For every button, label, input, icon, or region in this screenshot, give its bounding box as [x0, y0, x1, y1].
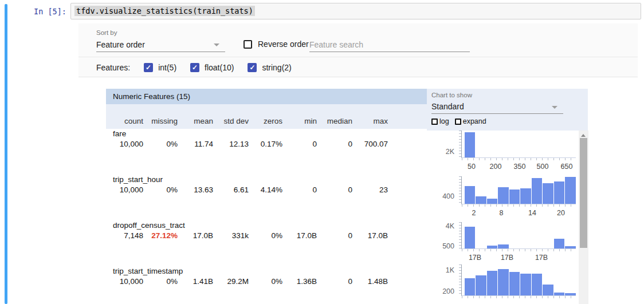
histogram-trip_start_timestamp: 1K200: [427, 264, 579, 304]
histogram-bar: [531, 178, 543, 204]
chart-plot-area: [461, 264, 576, 296]
table-header-row: countmissingmeanstd devzerosminmedianmax: [106, 104, 427, 129]
x-axis-tick-label: 200: [490, 163, 502, 171]
histogram-bar: [464, 278, 476, 295]
x-axis-tick-label: 50: [468, 163, 476, 171]
histogram-bar: [509, 189, 520, 204]
stat-value: 0: [312, 140, 352, 148]
checkbox-checked-icon[interactable]: ✓: [144, 63, 153, 72]
stat-value: 0: [312, 231, 352, 240]
chart-checkbox-row: log expand: [431, 117, 486, 125]
x-axis-tick-label: 650: [561, 163, 573, 171]
histogram-bar: [531, 274, 543, 295]
checkbox-unchecked-icon[interactable]: [244, 40, 252, 49]
feature-type-filters: Features: ✓int(5)✓float(10)✓string(2): [96, 57, 292, 77]
log-label: log: [439, 117, 449, 125]
column-header: max: [348, 117, 388, 125]
x-axis-tick-label: 20: [557, 209, 565, 217]
y-axis-tick-label: 400: [427, 192, 454, 200]
histogram-bar: [486, 246, 498, 248]
histogram-bar: [553, 181, 565, 204]
table-row: trip_start_timestamp10,0000%1.41B29.2M0%…: [106, 266, 427, 304]
stat-value: 0: [312, 277, 352, 286]
expand-label: expand: [463, 117, 486, 125]
stat-value: 11.74: [173, 140, 213, 148]
sort-by-label: Sort by: [96, 29, 117, 36]
feature-name: trip_start_hour: [113, 175, 163, 184]
histogram-bar: [497, 269, 509, 295]
checkbox-unchecked-icon[interactable]: [431, 119, 438, 125]
stat-value: 13.63: [173, 185, 213, 194]
x-axis-ticks: [462, 249, 576, 251]
x-axis-tick-label: 17B: [501, 254, 513, 262]
checkbox-checked-icon[interactable]: ✓: [190, 63, 199, 72]
histogram-bar: [497, 244, 509, 248]
histogram-fare: 2K50200350500650: [427, 131, 579, 174]
histogram-bar: [486, 271, 498, 295]
stat-value: 0%: [138, 140, 178, 148]
feature-search-input[interactable]: [309, 37, 470, 52]
stat-value: 0: [277, 140, 317, 148]
feature-type-filter-1[interactable]: ✓float(10): [190, 63, 234, 72]
histogram-bar: [475, 275, 486, 295]
feature-type-label: int(5): [158, 63, 176, 72]
x-axis-tick-label: 17B: [535, 254, 548, 262]
chart-type-select[interactable]: Standard: [431, 101, 563, 114]
y-axis-ticks: [459, 264, 461, 295]
log-checkbox[interactable]: log: [431, 117, 449, 125]
feature-type-label: string(2): [262, 63, 291, 72]
histogram-bar: [520, 274, 531, 295]
chart-plot-area: [461, 131, 576, 158]
reverse-order-label: Reverse order: [258, 40, 309, 49]
x-axis-tick-label: 500: [537, 163, 549, 171]
stat-value: 17.0B: [348, 231, 388, 240]
charts-scrollbar[interactable]: [579, 131, 588, 304]
chart-to-show-label: Chart to show: [431, 92, 472, 98]
features-label: Features:: [96, 63, 130, 72]
histogram-bar: [464, 132, 476, 157]
chart-type-value: Standard: [431, 102, 464, 111]
chevron-down-icon[interactable]: [214, 44, 219, 46]
checkbox-checked-icon[interactable]: ✓: [248, 63, 257, 72]
stat-value: 17.0B: [277, 231, 317, 240]
y-axis-tick-label: 200: [427, 287, 454, 295]
histogram-bar: [564, 246, 576, 248]
table-row: dropoff_census_tract7,14827.12%17.0B331k…: [106, 220, 427, 266]
x-axis-ticks: [462, 158, 576, 160]
feature-type-filter-2[interactable]: ✓string(2): [248, 63, 291, 72]
reverse-order-checkbox[interactable]: Reverse order: [244, 40, 309, 49]
histogram-bar: [564, 177, 576, 204]
histogram-bar: [542, 183, 553, 204]
chart-plot-area: [461, 176, 576, 204]
feature-name: dropoff_census_tract: [113, 221, 185, 230]
feature-name: trip_start_timestamp: [113, 267, 183, 275]
scroll-up-arrow-icon[interactable]: [581, 134, 586, 137]
stat-value: 27.12%: [138, 231, 178, 240]
column-header: mean: [173, 117, 213, 125]
table-row: trip_start_hour10,0000%13.636.614.14%002…: [106, 175, 427, 220]
notebook-page: In [5]: tfdv.visualize_statistics(train_…: [0, 0, 644, 304]
code-input-area[interactable]: tfdv.visualize_statistics(train_stats): [70, 3, 641, 19]
x-axis-tick-label: 17B: [469, 254, 481, 262]
stat-value: 0%: [138, 277, 178, 286]
selected-cell-indicator: [5, 4, 7, 304]
expand-checkbox[interactable]: expand: [455, 117, 486, 125]
charts-area: 2K502003505006504002814204K50017B17B17B1…: [427, 131, 579, 304]
code-text[interactable]: tfdv.visualize_statistics(train_stats): [74, 6, 255, 16]
column-header: missing: [138, 117, 178, 125]
scrollbar-thumb[interactable]: [580, 138, 587, 248]
histogram-bar: [464, 186, 476, 204]
feature-type-filter-0[interactable]: ✓int(5): [144, 63, 176, 72]
y-axis-ticks: [459, 131, 461, 157]
x-axis-ticks: [462, 204, 576, 207]
y-axis-tick-label: 4K: [427, 222, 454, 230]
checkbox-unchecked-icon[interactable]: [455, 119, 461, 125]
chevron-down-icon[interactable]: [552, 106, 557, 109]
feature-name: fare: [113, 129, 126, 138]
y-axis-ticks: [459, 176, 461, 204]
feature-search: [309, 37, 470, 52]
stat-value: 0: [312, 185, 352, 194]
x-axis-ticks: [462, 296, 576, 298]
x-axis-tick-label: 2: [472, 209, 476, 217]
sort-by-select[interactable]: Feature order: [96, 38, 225, 52]
